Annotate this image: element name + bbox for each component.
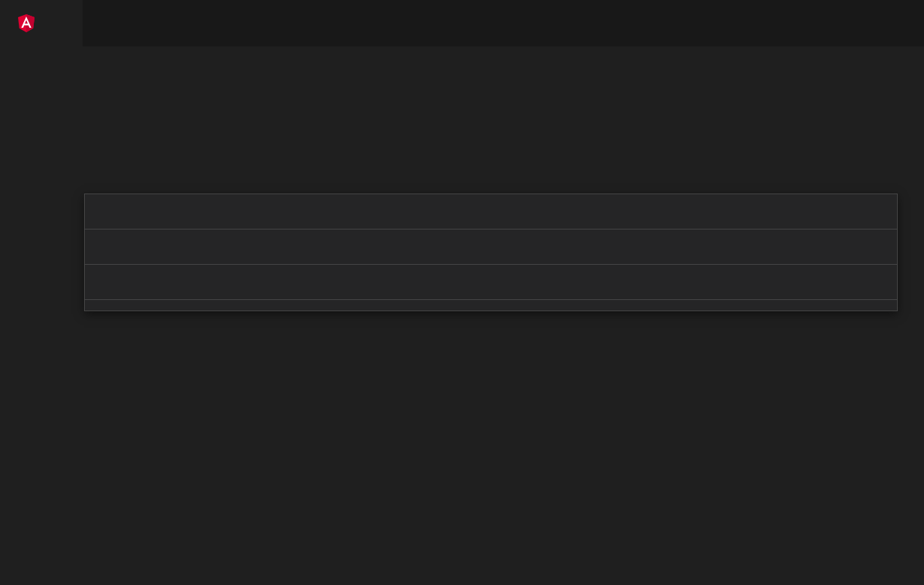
tab-bar <box>0 0 924 46</box>
module-declaration <box>85 265 897 300</box>
hover-popup <box>84 194 898 311</box>
diagnostic-eslint <box>85 230 897 265</box>
angular-icon <box>18 14 35 32</box>
tab-products-module-ts[interactable] <box>0 0 83 46</box>
editor <box>0 75 924 585</box>
hover-status-bar <box>85 300 897 310</box>
code-area <box>0 75 924 585</box>
eslint-message-line2 <box>97 236 885 258</box>
vscode-window <box>0 0 924 585</box>
diagnostic-ts <box>85 194 897 230</box>
module-declaration-line1 <box>97 271 885 293</box>
breadcrumb <box>0 46 924 75</box>
